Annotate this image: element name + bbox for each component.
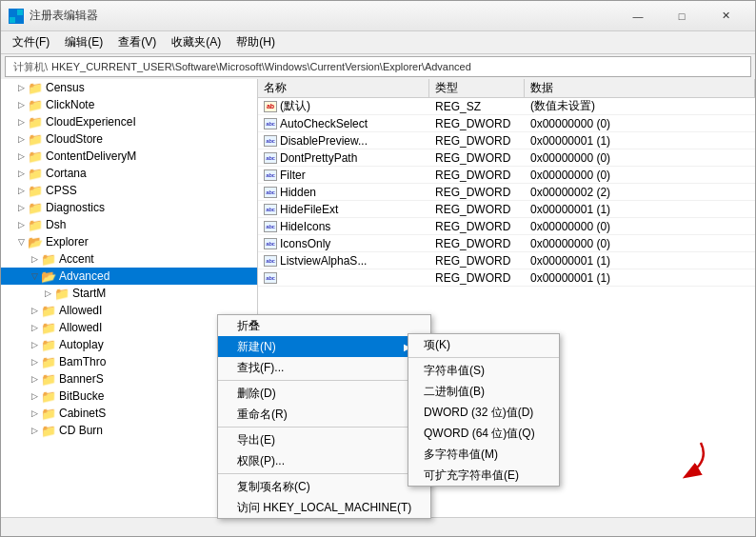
tree-toggle: ▷ (14, 134, 28, 144)
folder-icon: 📁 (28, 81, 43, 95)
tree-label: ContentDeliveryM (46, 149, 136, 163)
sub-qword[interactable]: QWORD (64 位)值(Q) (408, 423, 559, 444)
reg-data: 0x00000002 (2) (525, 186, 755, 199)
reg-icon-dword: abc (264, 152, 277, 164)
reg-icon-dword: abc (264, 169, 277, 181)
tree-toggle: ▷ (14, 83, 28, 92)
ctx-rename[interactable]: 重命名(R) (218, 404, 430, 425)
address-label: 计算机\ (13, 60, 48, 74)
tree-label: Autoplay (59, 338, 104, 351)
title-bar: 注册表编辑器 — □ ✕ (1, 1, 755, 31)
tree-toggle: ▷ (28, 391, 41, 401)
tree-toggle: ▷ (14, 117, 28, 127)
ctx-sep2 (218, 427, 430, 428)
tree-item[interactable]: ▷ 📁 CloudStore (1, 130, 257, 148)
tree-label: Accent (59, 252, 94, 266)
tree-item[interactable]: ▷ 📁 Cortana (1, 165, 257, 182)
close-button[interactable]: ✕ (704, 1, 747, 31)
ctx-copy-key[interactable]: 复制项名称(C) (218, 476, 430, 497)
tree-item[interactable]: ▷ 📁 CPSS (1, 182, 257, 199)
ctx-collapse[interactable]: 折叠 (218, 315, 430, 336)
tree-label: CPSS (46, 184, 77, 197)
tree-label: StartM (72, 287, 106, 300)
maximize-button[interactable]: □ (660, 1, 704, 31)
table-row[interactable]: abc AutoCheckSelect REG_DWORD 0x00000000… (258, 115, 755, 132)
tree-item[interactable]: ▷ 📁 Diagnostics (1, 199, 257, 216)
tree-toggle: ▷ (28, 306, 41, 315)
tree-item[interactable]: ▷ 📁 ClickNote (1, 96, 257, 113)
ctx-visit-hklm[interactable]: 访问 HKEY_LOCAL_MACHINE(T) (218, 497, 430, 518)
tree-item-explorer[interactable]: ▽ 📂 Explorer (1, 233, 257, 250)
menu-help[interactable]: 帮助(H) (229, 32, 283, 52)
tree-toggle: ▷ (28, 357, 41, 367)
menu-edit[interactable]: 编辑(E) (57, 32, 110, 52)
menu-view[interactable]: 查看(V) (110, 32, 164, 52)
tree-item[interactable]: ▷ 📁 Dsh (1, 216, 257, 233)
folder-icon: 📁 (41, 252, 56, 267)
tree-item[interactable]: ▷ 📁 CloudExperienceI (1, 113, 257, 130)
reg-type: REG_DWORD (429, 186, 525, 199)
ctx-find[interactable]: 查找(F)... (218, 357, 430, 378)
table-row[interactable]: abc HideIcons REG_DWORD 0x00000000 (0) (258, 218, 755, 235)
folder-icon: 📁 (41, 372, 56, 387)
menu-file[interactable]: 文件(F) (5, 32, 57, 52)
sub-binary[interactable]: 二进制值(B) (408, 381, 559, 402)
tree-toggle: ▷ (28, 254, 41, 264)
folder-icon: 📂 (28, 235, 43, 249)
minimize-button[interactable]: — (616, 1, 660, 31)
sub-key[interactable]: 项(K) (408, 334, 559, 355)
folder-icon: 📁 (28, 218, 43, 232)
folder-icon: 📁 (41, 338, 56, 352)
tree-label: Cortana (46, 167, 87, 180)
table-row[interactable]: abc ListviewAlphaS... REG_DWORD 0x000000… (258, 252, 755, 269)
table-row[interactable]: abc DisablePreview... REG_DWORD 0x000000… (258, 132, 755, 149)
ctx-delete[interactable]: 删除(D) (218, 383, 430, 404)
table-row[interactable]: abc Hidden REG_DWORD 0x00000002 (2) (258, 184, 755, 201)
ctx-sep1 (218, 380, 430, 381)
tree-label: ClickNote (46, 98, 94, 111)
address-path: HKEY_CURRENT_USER\Software\Microsoft\Win… (51, 61, 471, 72)
folder-icon: 📁 (41, 355, 56, 369)
sub-dword[interactable]: DWORD (32 位)值(D) (408, 402, 559, 423)
ctx-export[interactable]: 导出(E) (218, 429, 430, 450)
sub-string[interactable]: 字符串值(S) (408, 360, 559, 381)
sub-multistring[interactable]: 多字符串值(M) (408, 444, 559, 465)
reg-icon-dword: abc (264, 187, 277, 198)
tree-item[interactable]: ▷ 📁 ContentDeliveryM (1, 148, 257, 165)
table-row[interactable]: abc HideFileExt REG_DWORD 0x00000001 (1) (258, 201, 755, 218)
table-row[interactable]: ab (默认) REG_SZ (数值未设置) (258, 98, 755, 115)
reg-icon-dword: abc (264, 238, 277, 249)
tree-label: AllowedI (59, 304, 102, 317)
reg-type: REG_DWORD (429, 117, 525, 130)
svg-rect-3 (17, 17, 23, 23)
reg-name: Hidden (280, 186, 316, 199)
menu-favorites[interactable]: 收藏夹(A) (164, 32, 229, 52)
context-menu: 折叠 新建(N) 查找(F)... 删除(D) 重命名(R) 导出(E) 权限(… (217, 314, 431, 519)
tree-toggle: ▷ (41, 288, 54, 298)
tree-item-advanced[interactable]: ▽ 📂 Advanced (1, 268, 257, 285)
reg-icon-dword: abc (264, 221, 277, 232)
table-row[interactable]: abc DontPrettyPath REG_DWORD 0x00000000 … (258, 149, 755, 167)
reg-data: 0x00000000 (0) (525, 169, 755, 182)
app-icon (9, 9, 24, 24)
reg-name: HideFileExt (280, 203, 338, 216)
tree-item-accent[interactable]: ▷ 📁 Accent (1, 250, 257, 268)
table-row[interactable]: abc Filter REG_DWORD 0x00000000 (0) (258, 167, 755, 184)
menu-bar: 文件(F) 编辑(E) 查看(V) 收藏夹(A) 帮助(H) (1, 31, 755, 54)
tree-label: Explorer (46, 235, 89, 249)
tree-item-startm[interactable]: ▷ 📁 StartM (1, 285, 257, 302)
ctx-permissions[interactable]: 权限(P)... (218, 450, 430, 471)
reg-data: 0x00000001 (1) (525, 254, 755, 268)
sub-expandable[interactable]: 可扩充字符串值(E) (408, 465, 559, 486)
table-row[interactable]: abc IconsOnly REG_DWORD 0x00000000 (0) (258, 235, 755, 252)
sub-sep (408, 357, 559, 358)
ctx-new[interactable]: 新建(N) (218, 336, 430, 357)
reg-type: REG_DWORD (429, 220, 525, 233)
tree-toggle: ▷ (28, 426, 41, 435)
reg-name: HideIcons (280, 220, 330, 233)
tree-label: BamThro (59, 355, 106, 368)
tree-item[interactable]: ▷ 📁 Census (1, 79, 257, 96)
folder-icon: 📁 (28, 98, 43, 112)
table-row[interactable]: abc REG_DWORD 0x00000001 (1) (258, 269, 755, 287)
reg-name: Filter (280, 169, 306, 182)
